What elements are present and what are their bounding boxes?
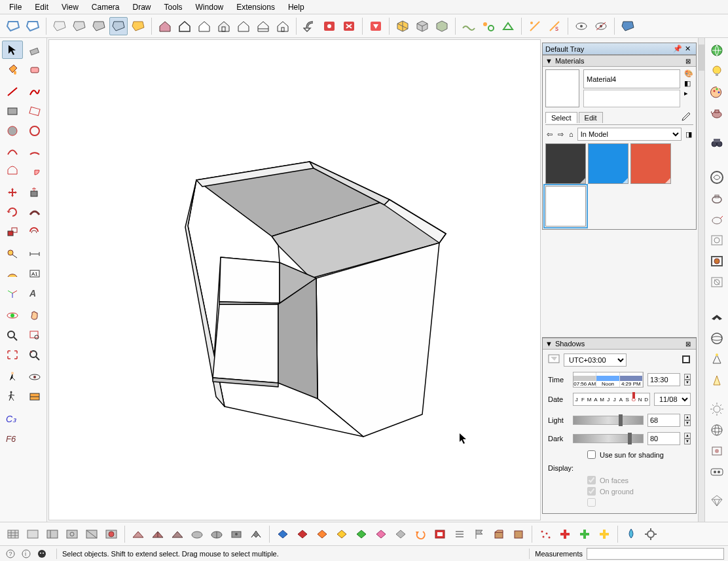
zoom-tool-icon[interactable] [2, 326, 23, 344]
swatch-white[interactable] [545, 186, 586, 226]
teapot-icon[interactable] [707, 103, 727, 123]
time-input[interactable] [647, 373, 680, 386]
timezone-select[interactable]: UTC+03:00 [564, 353, 627, 367]
dark-spinner[interactable]: ▲▼ [684, 433, 691, 444]
vr-icon[interactable] [707, 462, 727, 482]
previous-view-icon[interactable] [24, 346, 45, 364]
render-frame3-icon[interactable] [707, 272, 727, 292]
text-tool-icon[interactable]: A1 [24, 264, 45, 283]
create-material-icon[interactable]: 🎨 [684, 69, 693, 78]
style-wireframe-icon[interactable] [4, 17, 22, 35]
materials-panel-header[interactable]: ▼ Materials ⊠ [543, 55, 696, 67]
status-icon-3[interactable] [35, 547, 48, 560]
panel-close-icon[interactable]: ⊠ [683, 58, 693, 65]
measurements-input[interactable] [587, 548, 724, 560]
plugin-f6-icon[interactable]: F6 [2, 429, 23, 448]
menu-view[interactable]: View [55, 1, 85, 14]
plus-red-icon[interactable] [556, 525, 574, 543]
undo-arrow-icon[interactable] [300, 17, 319, 35]
globe2-icon[interactable] [707, 420, 727, 440]
swatch-dark[interactable] [545, 143, 586, 184]
menu-draw[interactable]: Draw [126, 1, 158, 14]
walk-icon[interactable] [2, 388, 23, 406]
roof1-icon[interactable] [129, 525, 147, 543]
diamond-green-icon[interactable] [352, 525, 371, 543]
house-3-icon[interactable] [195, 17, 213, 35]
gear-icon[interactable] [642, 525, 660, 543]
axes-tool-icon[interactable] [2, 284, 23, 302]
arc1-icon[interactable] [2, 141, 23, 160]
dark-input[interactable] [647, 432, 680, 445]
protractor-icon[interactable] [2, 264, 23, 283]
time-slider[interactable]: 07:56 AM Noon 4:29 PM [573, 372, 644, 388]
sun-on-icon[interactable] [526, 17, 544, 35]
house-4-icon[interactable] [215, 17, 233, 35]
style-shaded-textures-icon[interactable] [109, 17, 128, 35]
plugin-red2-icon[interactable] [340, 17, 358, 35]
red-square-icon[interactable] [431, 525, 449, 543]
time-spinner[interactable]: ▲▼ [684, 374, 691, 386]
warehouse-icon[interactable] [707, 41, 727, 60]
section-icon[interactable] [24, 388, 45, 406]
light-spinner[interactable]: ▲▼ [684, 414, 691, 426]
offset-tool-icon[interactable] [24, 223, 45, 241]
pan-tool-icon[interactable] [24, 306, 45, 325]
look-around-icon[interactable] [24, 368, 45, 386]
roof3-icon[interactable] [168, 525, 187, 543]
orbit-tool-icon[interactable] [2, 306, 23, 325]
rotated-rect-icon[interactable] [24, 102, 45, 120]
diamond-blue-icon[interactable] [274, 525, 292, 543]
eyedropper-icon[interactable] [678, 110, 693, 124]
pushpull-icon[interactable] [24, 183, 45, 202]
diamond-icon[interactable] [707, 491, 727, 511]
diamond-red-icon[interactable] [293, 525, 312, 543]
eye1-icon[interactable] [572, 17, 591, 35]
pin-icon[interactable]: 📌 [673, 45, 682, 53]
default-material-icon[interactable]: ◧ [684, 79, 693, 88]
binoculars-icon[interactable] [707, 132, 727, 152]
nav-home-icon[interactable]: ⌂ [568, 130, 575, 138]
position-camera-icon[interactable] [2, 368, 23, 386]
plugin-red1-icon[interactable] [320, 17, 338, 35]
box-closed-icon[interactable] [509, 525, 528, 543]
cap-icon[interactable] [707, 308, 727, 327]
bottom-grid6-icon[interactable] [102, 525, 120, 543]
bottom-grid4-icon[interactable] [63, 525, 81, 543]
library-select[interactable]: In Model [577, 128, 682, 141]
menu-edit[interactable]: Edit [28, 1, 55, 14]
plugin-red3-icon[interactable] [367, 17, 385, 35]
drop-icon[interactable] [622, 525, 640, 543]
lightbulb-icon[interactable] [707, 62, 727, 81]
menu-window[interactable]: Window [189, 1, 230, 14]
house-7-icon[interactable] [274, 17, 292, 35]
tab-select[interactable]: Select [545, 112, 577, 123]
flag-icon[interactable] [470, 525, 488, 543]
library-menu-icon[interactable]: ◨ [684, 130, 693, 139]
menu-extensions[interactable]: Extensions [230, 1, 282, 14]
style-shaded1-icon[interactable] [50, 17, 69, 35]
render1-icon[interactable] [707, 168, 727, 187]
sandbox3-icon[interactable] [499, 17, 517, 35]
tray-scrollbar[interactable] [698, 38, 704, 522]
diamond-yellow-icon[interactable] [333, 525, 351, 543]
zoom-extents-icon[interactable] [2, 346, 23, 364]
status-icon-2[interactable]: i [20, 547, 33, 560]
tray-titlebar[interactable]: Default Tray 📌 ✕ [543, 43, 696, 55]
swatch-red[interactable] [630, 143, 671, 184]
style-hidden-icon[interactable] [24, 17, 42, 35]
followme-icon[interactable] [24, 203, 45, 221]
undo-orange-icon[interactable] [411, 525, 429, 543]
render2-icon[interactable] [707, 189, 727, 208]
menu-tools[interactable]: Tools [158, 1, 189, 14]
dimension-tool-icon[interactable] [24, 245, 45, 263]
plugin-c3-icon[interactable]: C₃ [2, 410, 23, 428]
sphere-icon[interactable] [707, 329, 727, 348]
sandbox1-icon[interactable] [460, 17, 478, 35]
shadow-settings-icon[interactable] [682, 355, 691, 365]
select-tool-icon[interactable] [2, 41, 23, 59]
material-name-input[interactable] [583, 69, 680, 88]
spot-light-icon[interactable] [707, 371, 727, 390]
render-frame1-icon[interactable] [707, 230, 727, 250]
dots-icon[interactable] [536, 525, 555, 543]
palette-icon[interactable] [707, 82, 727, 102]
